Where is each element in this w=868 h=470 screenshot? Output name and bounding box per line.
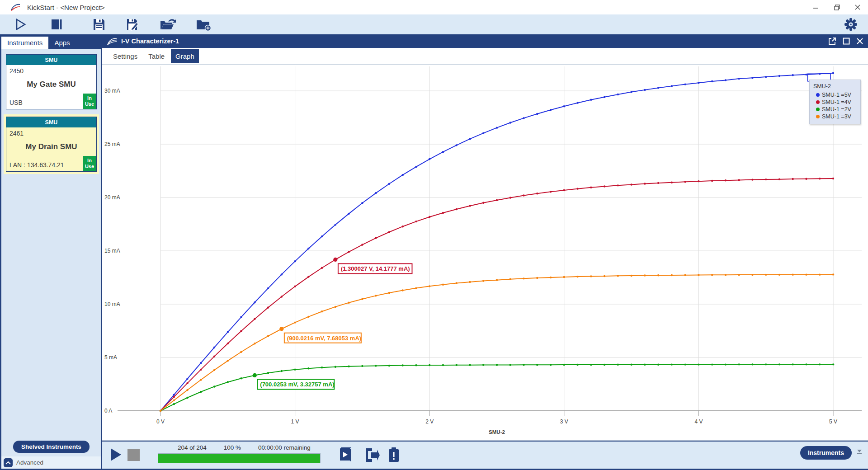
data-point: [576, 102, 578, 103]
data-point: [496, 364, 498, 366]
tab-table[interactable]: Table: [144, 49, 169, 63]
svg-text:1 V: 1 V: [291, 418, 299, 425]
x-axis-label: SMU-2: [489, 429, 505, 435]
data-point: [617, 184, 619, 186]
run-button[interactable]: [10, 15, 31, 33]
export-data-button[interactable]: [364, 447, 381, 465]
data-point: [496, 127, 498, 128]
data-point: [294, 260, 296, 262]
save-as-icon: [126, 18, 140, 31]
popout-icon[interactable]: [828, 37, 836, 45]
data-point: [738, 363, 740, 365]
data-point: [751, 77, 753, 79]
run-script-icon: [338, 447, 353, 463]
data-point: [281, 370, 283, 372]
data-point: [778, 274, 780, 276]
caret-down-icon: [857, 450, 862, 452]
data-point: [240, 377, 242, 379]
data-point: [267, 335, 269, 337]
legend-entry: SMU-1 =5V: [813, 91, 857, 99]
data-point: [819, 273, 821, 275]
stop-test-button-disabled[interactable]: [127, 449, 140, 461]
data-point: [550, 277, 552, 278]
tab-apps[interactable]: Apps: [48, 37, 75, 49]
chevron-up-icon: [4, 458, 13, 467]
data-point: [792, 74, 794, 76]
in-use-badge: In Use: [83, 94, 96, 109]
restore-button[interactable]: [826, 0, 847, 14]
advanced-toggle[interactable]: Advanced: [1, 456, 101, 469]
svg-text:10 mA: 10 mA: [104, 301, 120, 307]
data-point: [294, 368, 296, 370]
instrument-type-badge: SMU: [6, 55, 96, 65]
data-point: [509, 122, 511, 123]
instruments-dock-button[interactable]: Instruments: [800, 446, 852, 460]
run-icon: [14, 18, 27, 31]
instrument-card-gate-smu[interactable]: SMU 2450 My Gate SMU USB In Use: [6, 54, 97, 109]
run-test-icon: [109, 447, 122, 462]
open-project-button[interactable]: [156, 15, 181, 33]
stop-button[interactable]: [46, 15, 67, 33]
data-point: [725, 363, 726, 365]
data-point: [375, 237, 377, 239]
data-point: [173, 396, 175, 398]
new-project-button[interactable]: [192, 15, 215, 33]
data-point: [307, 276, 309, 277]
save-button[interactable]: [89, 15, 109, 33]
data-point: [671, 182, 673, 183]
data-point: [401, 289, 403, 291]
data-point: [294, 321, 296, 323]
chart-legend: SMU-2 SMU-1 =5V SMU-1 =4V SMU-1 =2V SMU-…: [809, 80, 861, 124]
tab-graph[interactable]: Graph: [171, 49, 199, 63]
data-point: [684, 181, 686, 183]
data-point: [429, 158, 430, 160]
data-point: [227, 381, 229, 383]
save-as-button[interactable]: [122, 15, 144, 33]
tab-settings[interactable]: Settings: [108, 49, 142, 63]
run-test-button[interactable]: [109, 447, 122, 464]
data-point: [200, 379, 202, 381]
instrument-card-drain-smu[interactable]: SMU 2461 My Drain SMU LAN : 134.63.74.21…: [6, 117, 97, 172]
data-point: [469, 138, 471, 140]
data-point: [751, 179, 753, 180]
data-point: [482, 132, 484, 134]
close-icon: [855, 5, 860, 10]
data-point: [335, 306, 336, 308]
settings-gear-button[interactable]: [840, 15, 862, 33]
data-point: [469, 364, 471, 366]
data-point: [671, 274, 673, 276]
run-script-button[interactable]: [338, 447, 353, 465]
annotation-label: (1.300027 V, 14.1777 mA): [341, 265, 410, 272]
data-point: [496, 279, 498, 281]
iv-chart[interactable]: 0 V1 V2 V3 V4 V5 V0 A5 mA10 mA15 mA20 mA…: [102, 65, 868, 440]
data-point: [496, 199, 498, 201]
data-point: [819, 178, 821, 179]
data-point: [536, 364, 538, 366]
data-point: [617, 364, 619, 366]
progress-remaining: 00:00:00 remaining: [258, 444, 311, 451]
data-point: [307, 367, 309, 369]
data-point: [604, 96, 605, 98]
data-point: [456, 282, 458, 284]
close-app-icon[interactable]: [856, 38, 863, 45]
data-point: [805, 273, 807, 275]
data-point: [375, 295, 377, 296]
dock-collapse-caret[interactable]: [857, 450, 863, 454]
close-button[interactable]: [847, 0, 868, 14]
instrument-error-button[interactable]: [387, 447, 400, 465]
data-point: [778, 75, 780, 77]
data-point: [429, 364, 430, 366]
shelved-instruments-button[interactable]: Shelved Instruments: [13, 441, 90, 453]
data-point: [442, 151, 444, 153]
data-point: [186, 389, 188, 391]
graph-plot-area[interactable]: 0 V1 V2 V3 V4 V5 V0 A5 mA10 mA15 mA20 mA…: [102, 64, 868, 441]
maximize-icon[interactable]: [843, 38, 850, 45]
minimize-button[interactable]: [806, 0, 826, 14]
data-point: [550, 364, 552, 366]
annotated-point: [253, 373, 257, 377]
data-point: [576, 188, 578, 189]
data-point: [832, 363, 834, 365]
data-point: [536, 277, 538, 279]
data-point: [173, 403, 175, 405]
tab-instruments[interactable]: Instruments: [1, 37, 48, 49]
